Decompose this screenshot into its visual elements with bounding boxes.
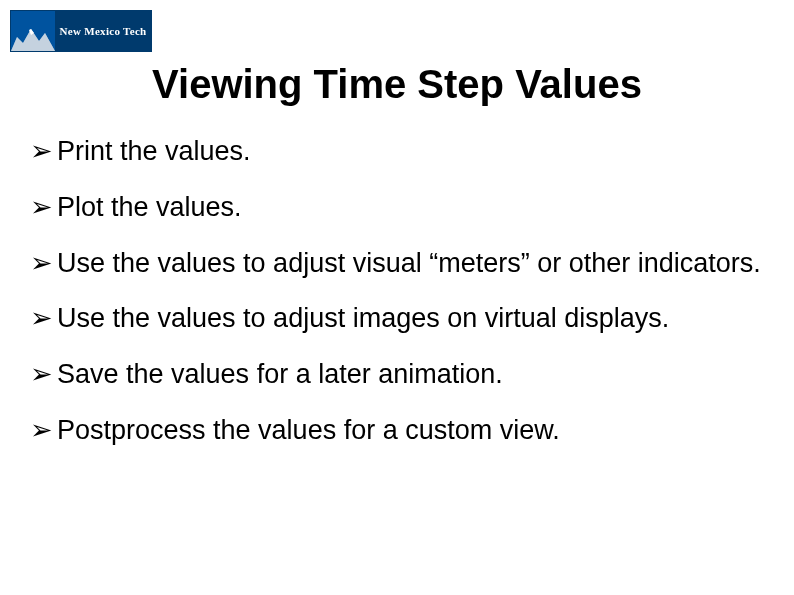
bullet-icon: ➢ [30,302,53,336]
bullet-text: Postprocess the values for a custom view… [57,414,764,448]
bullet-text: Plot the values. [57,191,764,225]
bullet-text: Use the values to adjust images on virtu… [57,302,764,336]
logo-text: New Mexico Tech [60,25,147,37]
logo-text-wrap: New Mexico Tech [55,11,151,51]
bullet-icon: ➢ [30,135,53,169]
bullet-text: Save the values for a later animation. [57,358,764,392]
logo-image [11,11,55,51]
slide-title: Viewing Time Step Values [0,62,794,107]
mountain-icon [11,23,55,51]
bullet-icon: ➢ [30,414,53,448]
slide-body: ➢ Print the values. ➢ Plot the values. ➢… [30,135,764,470]
list-item: ➢ Plot the values. [30,191,764,225]
slide: New Mexico Tech Viewing Time Step Values… [0,0,794,595]
bullet-text: Print the values. [57,135,764,169]
list-item: ➢ Save the values for a later animation. [30,358,764,392]
logo: New Mexico Tech [10,10,152,52]
bullet-icon: ➢ [30,191,53,225]
bullet-text: Use the values to adjust visual “meters”… [57,247,764,281]
list-item: ➢ Use the values to adjust visual “meter… [30,247,764,281]
list-item: ➢ Print the values. [30,135,764,169]
bullet-icon: ➢ [30,247,53,281]
list-item: ➢ Use the values to adjust images on vir… [30,302,764,336]
bullet-icon: ➢ [30,358,53,392]
list-item: ➢ Postprocess the values for a custom vi… [30,414,764,448]
